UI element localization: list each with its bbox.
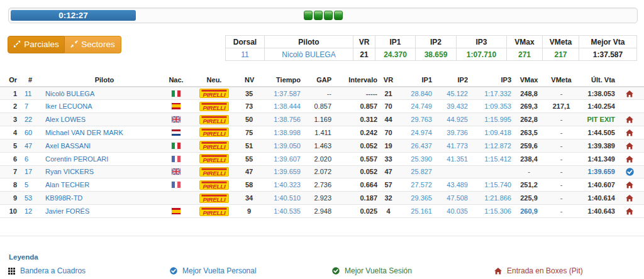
svg-text:PIRELLI: PIRELLI	[203, 143, 226, 150]
svg-text:PIRELLI: PIRELLI	[203, 182, 226, 189]
svg-text:PIRELLI: PIRELLI	[203, 91, 226, 97]
svg-text:PIRELLI: PIRELLI	[203, 117, 226, 123]
svg-text:PIRELLI: PIRELLI	[203, 209, 226, 215]
svg-text:PIRELLI: PIRELLI	[203, 156, 226, 163]
svg-text:PIRELLI: PIRELLI	[203, 130, 226, 136]
svg-text:PIRELLI: PIRELLI	[203, 195, 226, 202]
svg-text:PIRELLI: PIRELLI	[203, 170, 226, 176]
svg-text:PIRELLI: PIRELLI	[203, 104, 226, 110]
